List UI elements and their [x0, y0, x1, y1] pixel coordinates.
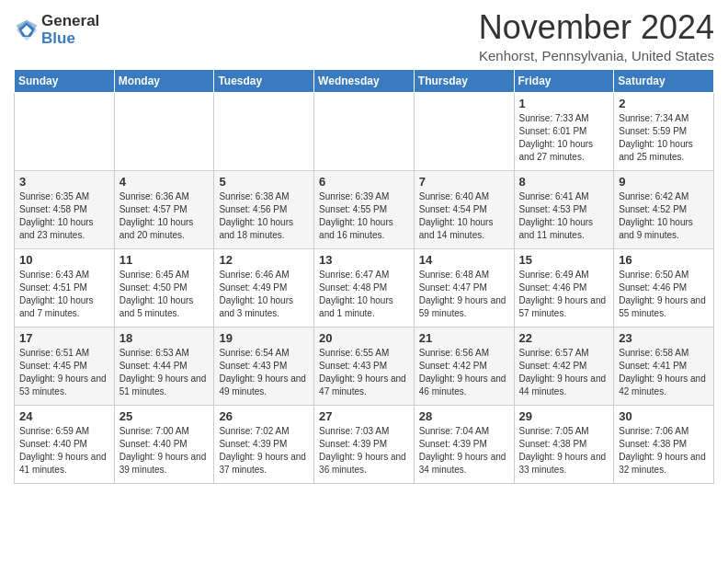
day-info: Sunrise: 6:54 AM Sunset: 4:43 PM Dayligh… — [219, 347, 309, 398]
day-info: Sunrise: 6:41 AM Sunset: 4:53 PM Dayligh… — [519, 190, 609, 242]
logo-general: General — [41, 13, 99, 30]
day-number: 11 — [119, 253, 210, 267]
day-info: Sunrise: 6:56 AM Sunset: 4:42 PM Dayligh… — [419, 347, 509, 398]
day-info: Sunrise: 6:59 AM Sunset: 4:40 PM Dayligh… — [19, 425, 109, 477]
day-number: 10 — [19, 253, 109, 267]
day-number: 13 — [319, 253, 409, 267]
day-info: Sunrise: 6:35 AM Sunset: 4:58 PM Dayligh… — [19, 190, 109, 242]
day-info: Sunrise: 6:42 AM Sunset: 4:52 PM Dayligh… — [619, 190, 709, 242]
calendar-cell — [15, 92, 115, 170]
day-number: 19 — [219, 331, 309, 345]
day-info: Sunrise: 6:48 AM Sunset: 4:47 PM Dayligh… — [419, 269, 509, 320]
day-number: 7 — [419, 175, 509, 189]
calendar-cell: 23Sunrise: 6:58 AM Sunset: 4:41 PM Dayli… — [614, 327, 714, 405]
calendar-cell: 16Sunrise: 6:50 AM Sunset: 4:46 PM Dayli… — [614, 248, 714, 327]
weekday-header-sunday: Sunday — [15, 69, 115, 92]
day-number: 5 — [219, 175, 309, 189]
day-info: Sunrise: 7:06 AM Sunset: 4:38 PM Dayligh… — [619, 425, 709, 477]
day-number: 22 — [519, 331, 609, 345]
calendar-cell: 5Sunrise: 6:38 AM Sunset: 4:56 PM Daylig… — [214, 170, 314, 248]
calendar-cell — [414, 92, 514, 170]
day-number: 12 — [219, 253, 309, 267]
day-info: Sunrise: 6:45 AM Sunset: 4:50 PM Dayligh… — [119, 269, 210, 320]
weekday-header-row: SundayMondayTuesdayWednesdayThursdayFrid… — [15, 69, 714, 92]
day-number: 2 — [619, 97, 709, 110]
day-info: Sunrise: 6:55 AM Sunset: 4:43 PM Dayligh… — [319, 347, 409, 398]
calendar-cell: 25Sunrise: 7:00 AM Sunset: 4:40 PM Dayli… — [114, 405, 214, 483]
calendar-cell — [314, 92, 415, 170]
calendar-cell: 27Sunrise: 7:03 AM Sunset: 4:39 PM Dayli… — [314, 405, 415, 483]
day-info: Sunrise: 6:43 AM Sunset: 4:51 PM Dayligh… — [19, 269, 109, 320]
calendar-week-3: 10Sunrise: 6:43 AM Sunset: 4:51 PM Dayli… — [15, 248, 714, 327]
day-number: 16 — [619, 253, 709, 267]
day-number: 14 — [419, 253, 509, 267]
logo-blue: Blue — [41, 30, 99, 48]
day-number: 6 — [319, 175, 409, 189]
day-info: Sunrise: 7:00 AM Sunset: 4:40 PM Dayligh… — [119, 425, 210, 477]
day-info: Sunrise: 6:57 AM Sunset: 4:42 PM Dayligh… — [519, 347, 609, 398]
calendar-cell: 29Sunrise: 7:05 AM Sunset: 4:38 PM Dayli… — [514, 405, 614, 483]
calendar-cell: 20Sunrise: 6:55 AM Sunset: 4:43 PM Dayli… — [314, 327, 415, 405]
day-number: 18 — [119, 331, 210, 345]
day-number: 29 — [519, 409, 609, 423]
calendar-cell: 15Sunrise: 6:49 AM Sunset: 4:46 PM Dayli… — [514, 248, 614, 327]
day-number: 17 — [19, 331, 109, 345]
day-number: 1 — [519, 97, 609, 110]
calendar-cell: 12Sunrise: 6:46 AM Sunset: 4:49 PM Dayli… — [214, 248, 314, 327]
weekday-header-wednesday: Wednesday — [314, 69, 415, 92]
calendar-cell: 22Sunrise: 6:57 AM Sunset: 4:42 PM Dayli… — [514, 327, 614, 405]
title-block: November 2024 Kenhorst, Pennsylvania, Un… — [479, 9, 714, 63]
day-info: Sunrise: 6:38 AM Sunset: 4:56 PM Dayligh… — [219, 190, 309, 242]
day-number: 28 — [419, 409, 509, 423]
day-number: 15 — [519, 253, 609, 267]
day-info: Sunrise: 6:39 AM Sunset: 4:55 PM Dayligh… — [319, 190, 409, 242]
day-number: 4 — [119, 175, 210, 189]
day-number: 9 — [619, 175, 709, 189]
day-number: 3 — [19, 175, 109, 189]
day-number: 23 — [619, 331, 709, 345]
weekday-header-monday: Monday — [114, 69, 214, 92]
day-number: 20 — [319, 331, 409, 345]
page-header: General Blue November 2024 Kenhorst, Pen… — [14, 9, 714, 63]
day-info: Sunrise: 6:40 AM Sunset: 4:54 PM Dayligh… — [419, 190, 509, 242]
calendar-cell: 7Sunrise: 6:40 AM Sunset: 4:54 PM Daylig… — [414, 170, 514, 248]
day-info: Sunrise: 7:33 AM Sunset: 6:01 PM Dayligh… — [519, 112, 609, 164]
calendar-cell: 1Sunrise: 7:33 AM Sunset: 6:01 PM Daylig… — [514, 92, 614, 170]
calendar-cell: 18Sunrise: 6:53 AM Sunset: 4:44 PM Dayli… — [114, 327, 214, 405]
calendar-cell: 19Sunrise: 6:54 AM Sunset: 4:43 PM Dayli… — [214, 327, 314, 405]
day-number: 26 — [219, 409, 309, 423]
logo-icon — [14, 17, 40, 43]
day-info: Sunrise: 6:53 AM Sunset: 4:44 PM Dayligh… — [119, 347, 210, 398]
weekday-header-tuesday: Tuesday — [214, 69, 314, 92]
calendar-cell: 4Sunrise: 6:36 AM Sunset: 4:57 PM Daylig… — [114, 170, 214, 248]
day-number: 27 — [319, 409, 409, 423]
weekday-header-saturday: Saturday — [614, 69, 714, 92]
calendar-cell: 10Sunrise: 6:43 AM Sunset: 4:51 PM Dayli… — [15, 248, 115, 327]
day-info: Sunrise: 7:02 AM Sunset: 4:39 PM Dayligh… — [219, 425, 309, 477]
calendar-table: SundayMondayTuesdayWednesdayThursdayFrid… — [14, 69, 714, 484]
day-info: Sunrise: 7:05 AM Sunset: 4:38 PM Dayligh… — [519, 425, 609, 477]
logo: General Blue — [14, 13, 99, 47]
calendar-cell: 17Sunrise: 6:51 AM Sunset: 4:45 PM Dayli… — [15, 327, 115, 405]
day-number: 25 — [119, 409, 210, 423]
day-info: Sunrise: 6:51 AM Sunset: 4:45 PM Dayligh… — [19, 347, 109, 398]
day-info: Sunrise: 7:03 AM Sunset: 4:39 PM Dayligh… — [319, 425, 409, 477]
calendar-cell: 14Sunrise: 6:48 AM Sunset: 4:47 PM Dayli… — [414, 248, 514, 327]
day-number: 21 — [419, 331, 509, 345]
calendar-cell: 6Sunrise: 6:39 AM Sunset: 4:55 PM Daylig… — [314, 170, 415, 248]
weekday-header-friday: Friday — [514, 69, 614, 92]
calendar-cell: 11Sunrise: 6:45 AM Sunset: 4:50 PM Dayli… — [114, 248, 214, 327]
logo-text: General Blue — [41, 13, 99, 47]
calendar-cell: 13Sunrise: 6:47 AM Sunset: 4:48 PM Dayli… — [314, 248, 415, 327]
calendar-cell: 28Sunrise: 7:04 AM Sunset: 4:39 PM Dayli… — [414, 405, 514, 483]
calendar-week-5: 24Sunrise: 6:59 AM Sunset: 4:40 PM Dayli… — [15, 405, 714, 483]
calendar-week-1: 1Sunrise: 7:33 AM Sunset: 6:01 PM Daylig… — [15, 92, 714, 170]
day-number: 8 — [519, 175, 609, 189]
calendar-cell: 21Sunrise: 6:56 AM Sunset: 4:42 PM Dayli… — [414, 327, 514, 405]
day-info: Sunrise: 6:58 AM Sunset: 4:41 PM Dayligh… — [619, 347, 709, 398]
calendar-cell: 2Sunrise: 7:34 AM Sunset: 5:59 PM Daylig… — [614, 92, 714, 170]
calendar-week-2: 3Sunrise: 6:35 AM Sunset: 4:58 PM Daylig… — [15, 170, 714, 248]
day-info: Sunrise: 6:36 AM Sunset: 4:57 PM Dayligh… — [119, 190, 210, 242]
calendar-cell — [214, 92, 314, 170]
calendar-cell: 9Sunrise: 6:42 AM Sunset: 4:52 PM Daylig… — [614, 170, 714, 248]
